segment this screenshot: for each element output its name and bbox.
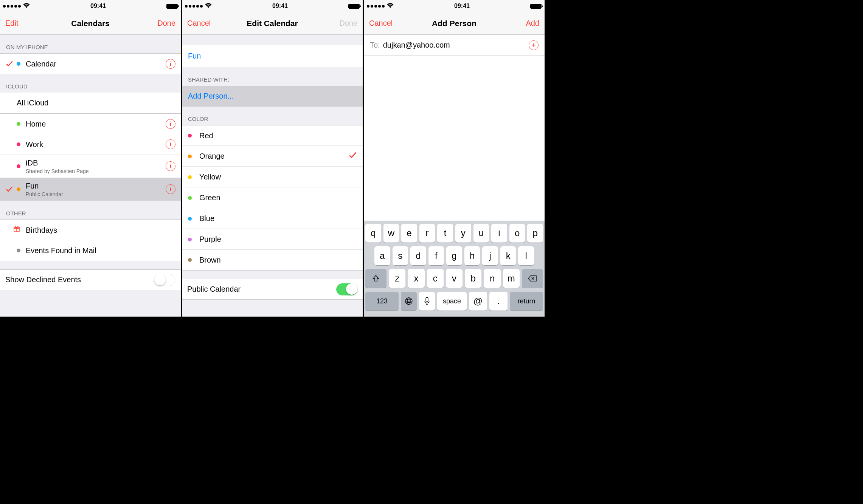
page-title: Calendars (33, 19, 148, 28)
at-key[interactable]: @ (469, 292, 487, 311)
done-button[interactable]: Done (330, 19, 357, 28)
info-icon[interactable]: i (166, 59, 175, 69)
color-dot (188, 238, 192, 241)
calendar-name-field[interactable]: Fun (182, 45, 363, 67)
key-m[interactable]: m (503, 269, 520, 288)
key-l[interactable]: l (518, 246, 534, 265)
nav-bar: Cancel Edit Calendar Done (182, 12, 363, 35)
add-button[interactable]: Add (512, 19, 539, 28)
calendar-color-dot (17, 142, 20, 146)
calendar-label: Fun (26, 181, 166, 191)
public-calendar-row[interactable]: Public Calendar (182, 279, 363, 300)
nav-bar: Cancel Add Person Add (364, 12, 545, 35)
backspace-key[interactable] (522, 269, 543, 288)
color-option[interactable]: Purple (182, 229, 363, 250)
key-y[interactable]: y (455, 224, 471, 243)
done-button[interactable]: Done (148, 19, 175, 28)
check-icon (349, 152, 357, 161)
mic-key[interactable] (419, 292, 435, 311)
key-d[interactable]: d (410, 246, 426, 265)
key-t[interactable]: t (437, 224, 453, 243)
key-s[interactable]: s (393, 246, 408, 265)
calendar-row[interactable]: Events Found in Mail (0, 240, 181, 261)
key-a[interactable]: a (374, 246, 390, 265)
check-icon (5, 60, 14, 67)
key-j[interactable]: j (482, 246, 498, 265)
color-option[interactable]: Brown (182, 250, 363, 271)
add-person-screen: 09:41 Cancel Add Person Add To: dujkan@y… (364, 0, 545, 317)
to-value: dujkan@yahoo.com (383, 41, 529, 49)
color-option[interactable]: Orange (182, 146, 363, 167)
info-icon[interactable]: i (166, 119, 175, 129)
key-q[interactable]: q (365, 224, 381, 243)
color-option[interactable]: Green (182, 187, 363, 208)
dot-key[interactable]: . (489, 292, 508, 311)
calendar-row[interactable]: iDBShared by Sebastien Page i (0, 155, 181, 178)
calendar-row[interactable]: Home i (0, 113, 181, 134)
to-label: To: (370, 41, 380, 49)
battery-icon (348, 4, 360, 9)
key-w[interactable]: w (383, 224, 399, 243)
info-icon[interactable]: i (166, 161, 175, 171)
info-icon[interactable]: i (166, 139, 175, 149)
key-p[interactable]: p (527, 224, 543, 243)
calendar-row[interactable]: FunPublic Calendar i (0, 178, 181, 201)
cancel-button[interactable]: Cancel (369, 19, 396, 28)
color-option[interactable]: Blue (182, 208, 363, 229)
key-f[interactable]: f (428, 246, 444, 265)
status-time: 09:41 (90, 3, 106, 9)
calendar-row[interactable]: Calendar i (0, 53, 181, 74)
key-e[interactable]: e (401, 224, 417, 243)
all-icloud-row[interactable]: All iCloud (0, 93, 181, 113)
color-dot (188, 134, 192, 138)
calendar-label: Birthdays (26, 225, 175, 235)
key-i[interactable]: i (491, 224, 507, 243)
section-header-shared: Shared With: (182, 67, 363, 86)
space-key[interactable]: space (437, 292, 467, 311)
add-person-button[interactable]: Add Person... (182, 86, 363, 107)
status-bar: 09:41 (0, 0, 181, 12)
show-declined-toggle[interactable] (154, 274, 175, 286)
key-z[interactable]: z (389, 269, 405, 288)
show-declined-label: Show Declined Events (5, 275, 154, 284)
key-k[interactable]: k (500, 246, 516, 265)
show-declined-row[interactable]: Show Declined Events (0, 269, 181, 290)
page-title: Edit Calendar (214, 19, 330, 28)
key-x[interactable]: x (408, 269, 424, 288)
key-v[interactable]: v (446, 269, 463, 288)
shift-key[interactable] (365, 269, 386, 288)
key-o[interactable]: o (509, 224, 525, 243)
public-calendar-toggle[interactable] (336, 283, 357, 295)
key-b[interactable]: b (465, 269, 481, 288)
calendar-color-dot (17, 249, 20, 252)
calendar-label: Work (26, 139, 166, 149)
color-label: Blue (199, 214, 357, 223)
info-icon[interactable]: i (166, 184, 175, 194)
color-option[interactable]: Yellow (182, 167, 363, 187)
cancel-button[interactable]: Cancel (187, 19, 214, 28)
to-field[interactable]: To: dujkan@yahoo.com + (364, 35, 545, 56)
signal-dots-icon (3, 5, 21, 8)
calendar-color-dot (17, 187, 20, 191)
key-r[interactable]: r (419, 224, 435, 243)
key-h[interactable]: h (464, 246, 480, 265)
signal-dots-icon (367, 5, 385, 8)
globe-key[interactable] (401, 292, 417, 311)
key-g[interactable]: g (446, 246, 462, 265)
key-u[interactable]: u (473, 224, 489, 243)
calendar-color-dot (17, 164, 20, 168)
add-contact-icon[interactable]: + (529, 40, 539, 50)
calendar-label: Home (26, 119, 166, 129)
calendar-row[interactable]: Work i (0, 134, 181, 155)
color-dot (188, 155, 192, 158)
color-option[interactable]: Red (182, 125, 363, 146)
edit-button[interactable]: Edit (5, 19, 33, 28)
key-n[interactable]: n (484, 269, 500, 288)
return-key[interactable]: return (510, 292, 543, 311)
calendar-color-dot (17, 122, 20, 126)
key-c[interactable]: c (427, 269, 444, 288)
add-person-label: Add Person... (188, 92, 234, 100)
numbers-key[interactable]: 123 (365, 292, 399, 311)
calendar-sub: Shared by Sebastien Page (26, 168, 166, 175)
calendar-row[interactable]: Birthdays (0, 220, 181, 240)
